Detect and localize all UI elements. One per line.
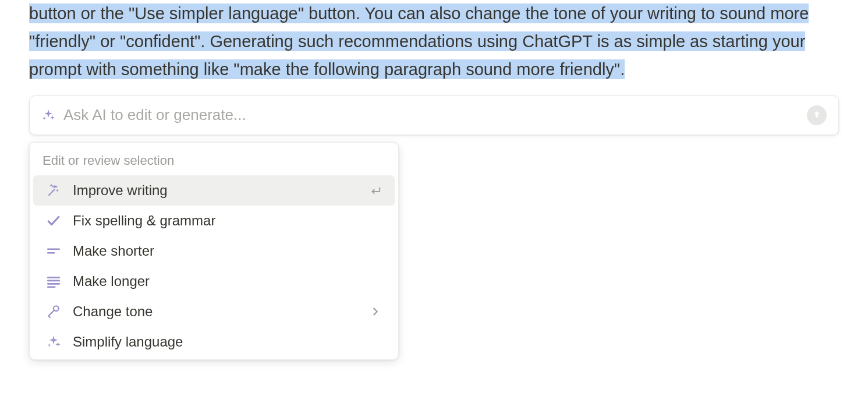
check-icon bbox=[46, 213, 61, 228]
enter-icon bbox=[369, 184, 382, 197]
ai-suggestion-menu: Edit or review selection Improve writing bbox=[29, 142, 399, 360]
menu-item-make-shorter[interactable]: Make shorter bbox=[33, 236, 395, 266]
shorter-icon bbox=[46, 243, 61, 259]
svg-line-15 bbox=[48, 316, 50, 317]
wand-icon bbox=[46, 183, 61, 198]
document-text: button or the "Use simpler language" but… bbox=[0, 0, 868, 84]
menu-item-label: Simplify language bbox=[73, 334, 382, 350]
svg-line-0 bbox=[48, 189, 55, 195]
svg-line-14 bbox=[48, 310, 54, 316]
sparkle-icon bbox=[46, 334, 61, 349]
sparkle-icon bbox=[41, 108, 55, 122]
menu-item-label: Fix spelling & grammar bbox=[73, 213, 382, 229]
svg-point-13 bbox=[54, 306, 59, 311]
ai-input-bar bbox=[29, 96, 839, 135]
menu-section-header: Edit or review selection bbox=[30, 149, 398, 175]
submit-button[interactable] bbox=[807, 105, 827, 125]
menu-item-simplify-language[interactable]: Simplify language bbox=[33, 327, 395, 357]
mic-icon bbox=[46, 304, 61, 319]
ai-prompt-input[interactable] bbox=[63, 106, 807, 124]
menu-item-label: Make longer bbox=[73, 273, 382, 289]
arrow-up-icon bbox=[812, 109, 821, 121]
menu-item-change-tone[interactable]: Change tone bbox=[33, 296, 395, 327]
svg-line-4 bbox=[56, 189, 58, 190]
menu-item-label: Make shorter bbox=[73, 243, 382, 259]
chevron-right-icon bbox=[369, 305, 382, 318]
menu-item-label: Change tone bbox=[73, 303, 369, 320]
selected-text[interactable]: button or the "Use simpler language" but… bbox=[29, 3, 809, 79]
menu-item-label: Improve writing bbox=[73, 182, 369, 199]
menu-item-fix-spelling[interactable]: Fix spelling & grammar bbox=[33, 206, 395, 236]
longer-icon bbox=[46, 274, 61, 289]
menu-item-make-longer[interactable]: Make longer bbox=[33, 266, 395, 296]
menu-item-improve-writing[interactable]: Improve writing bbox=[33, 175, 395, 206]
